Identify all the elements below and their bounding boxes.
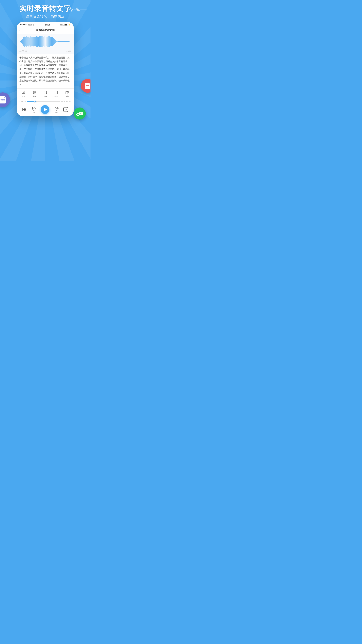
trim-label: 裁剪 (43, 95, 47, 98)
share-label: 分享 (54, 95, 58, 98)
pdf-doc-label: PDF (86, 85, 89, 87)
svg-rect-58 (50, 36, 50, 46)
svg-rect-51 (46, 37, 46, 46)
svg-rect-3 (21, 40, 22, 43)
translate-label: 翻译 (33, 95, 36, 98)
wechat-icon (76, 111, 83, 116)
nav-title: 录音实时转文字 (24, 28, 66, 32)
back10-button[interactable]: 10 10s (31, 106, 36, 113)
svg-rect-10 (25, 37, 25, 46)
toolbar-proofread[interactable]: 校对 (21, 90, 26, 98)
toolbar: 校对 译 翻译 (17, 88, 74, 98)
svg-rect-4 (22, 40, 22, 44)
svg-text:10: 10 (33, 108, 34, 109)
share-icon (54, 90, 58, 94)
toolbar-share[interactable]: 分享 (54, 90, 58, 98)
svg-rect-31 (36, 38, 36, 46)
svg-rect-47 (44, 36, 44, 47)
header-subtitle: 边录音边转换，高效快速 (3, 14, 87, 18)
progress-thumb[interactable] (34, 100, 36, 103)
svg-rect-72 (57, 41, 57, 42)
rewind-button[interactable] (22, 107, 27, 112)
svg-rect-24 (32, 37, 32, 46)
progress-current: 00:00:15 (19, 100, 26, 102)
svg-rect-91 (22, 108, 23, 111)
word-doc-icon: Word (0, 96, 6, 104)
svg-rect-29 (35, 36, 35, 46)
svg-rect-25 (33, 38, 33, 46)
svg-rect-63 (52, 37, 53, 46)
svg-rect-16 (28, 36, 28, 46)
play-button[interactable] (41, 105, 49, 114)
svg-rect-44 (42, 36, 43, 47)
nav-bar: ‹ 录音实时转文字 (17, 27, 74, 34)
carrier-label: 中国移动 (28, 24, 34, 26)
svg-rect-12 (26, 37, 26, 46)
svg-rect-43 (42, 37, 42, 46)
svg-rect-66 (54, 39, 54, 44)
wechat-face-big (79, 112, 83, 116)
dot5 (25, 24, 26, 25)
toolbar-translate[interactable]: 译 翻译 (32, 90, 36, 98)
svg-rect-1 (20, 41, 21, 42)
svg-rect-67 (54, 40, 55, 44)
svg-rect-62 (52, 38, 52, 46)
signal-dots (20, 24, 26, 25)
svg-rect-55 (48, 36, 48, 47)
svg-rect-37 (39, 36, 39, 47)
svg-rect-27 (34, 36, 34, 47)
waveform-visualization (19, 36, 71, 48)
time-row: 00:00:00 138字 (17, 49, 74, 54)
svg-rect-18 (29, 38, 29, 46)
toolbar-trim[interactable]: 裁剪 (43, 90, 47, 98)
svg-rect-68 (55, 40, 55, 43)
toolbar-copy[interactable]: 复制 (65, 90, 69, 98)
back-button[interactable]: ‹ (19, 28, 24, 32)
proofread-label: 校对 (22, 95, 25, 98)
svg-rect-6 (23, 38, 23, 45)
svg-rect-38 (39, 36, 40, 47)
wechat-badge[interactable] (74, 108, 86, 120)
phone-frame: 中国移动 17:14 80% ⚡ ‹ 录音实时转文字 (17, 22, 74, 116)
svg-rect-70 (56, 41, 56, 42)
svg-rect-48 (44, 36, 45, 47)
pdf-badge-inner: PDF (85, 83, 90, 89)
svg-rect-83 (44, 91, 46, 94)
pdf-doc-icon: PDF (85, 83, 90, 89)
svg-rect-2 (21, 40, 21, 43)
svg-rect-5 (22, 39, 23, 44)
wechat-small-dot-left (77, 114, 78, 115)
svg-rect-20 (30, 36, 30, 47)
playback-controls: 10 10s 10 10s 1× (17, 104, 74, 116)
svg-rect-59 (50, 37, 51, 46)
word-doc-label: Word (0, 99, 5, 101)
svg-rect-34 (37, 36, 38, 46)
svg-rect-28 (34, 37, 34, 46)
svg-rect-19 (30, 37, 30, 46)
speed-button[interactable]: 1× (63, 107, 68, 112)
svg-rect-56 (49, 37, 49, 46)
ecg-line-icon (67, 6, 87, 13)
dot2 (21, 24, 22, 25)
svg-rect-0 (20, 41, 20, 42)
dot1 (20, 24, 21, 25)
svg-rect-49 (45, 37, 45, 46)
copy-label: 复制 (65, 95, 69, 98)
battery-fill (64, 24, 67, 26)
loop-icon[interactable]: ↺ (69, 100, 71, 103)
trim-icon (43, 90, 47, 94)
transcript-text[interactable]: 录音转文字支持边录音边转文字，转换准确迅捷，操作方便，还支持在线翻译，同时也支持… (17, 54, 74, 88)
svg-rect-35 (38, 36, 38, 47)
back10-label: 10s (33, 111, 35, 113)
translate-icon: 译 (32, 90, 36, 94)
pdf-badge[interactable]: PDF (81, 79, 90, 93)
progress-bar[interactable] (27, 101, 60, 102)
forward10-button[interactable]: 10 10s (54, 106, 59, 113)
svg-rect-7 (23, 38, 24, 46)
word-badge[interactable]: Word (0, 92, 10, 107)
svg-rect-41 (41, 37, 41, 46)
wechat-face-small (76, 113, 80, 116)
proofread-icon (21, 90, 26, 94)
waveform-area (17, 34, 74, 49)
charge-icon: ⚡ (68, 24, 70, 26)
